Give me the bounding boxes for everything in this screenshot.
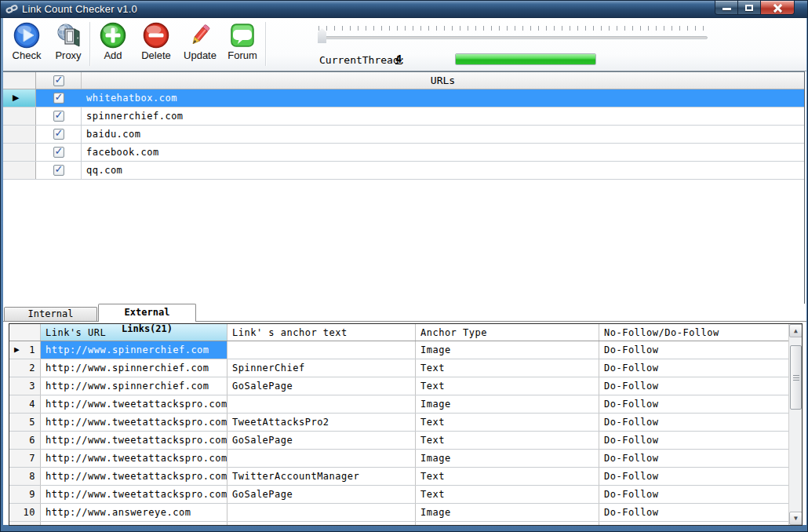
scroll-down-button[interactable]: ▼ (789, 512, 803, 525)
cell-anchor-type[interactable]: Image (416, 395, 599, 413)
cell-follow[interactable]: Do-Follow (599, 504, 788, 521)
column-header-anchor-text[interactable]: Link' s anchor text (227, 324, 416, 341)
maximize-button[interactable] (738, 1, 761, 15)
vertical-scrollbar[interactable]: ▲ ▼ (788, 324, 802, 525)
cell-anchor-text[interactable] (227, 395, 416, 413)
cell-anchor-text[interactable]: GoSalePage (227, 486, 416, 503)
url-checkbox[interactable]: ✓ (53, 165, 64, 176)
title-bar[interactable]: Link Count Checker v1.0 (1, 1, 807, 18)
column-header-follow[interactable]: No-Follow/Do-Follow (599, 324, 788, 341)
cell-link-url[interactable]: http://www.spinnerchief.com (41, 341, 227, 359)
cell-follow[interactable]: Do-Follow (599, 432, 788, 449)
cell-link-url[interactable]: http://www.tweetattackspro.com/twit... (41, 486, 227, 503)
cell-anchor-type[interactable]: Image (416, 341, 599, 359)
thread-slider[interactable] (318, 36, 708, 39)
cell-follow[interactable]: Do-Follow (599, 395, 788, 413)
proxy-button[interactable]: Proxy (48, 22, 89, 69)
row-selector-header[interactable] (3, 72, 36, 89)
url-checkbox[interactable]: ✓ (53, 93, 64, 104)
table-row[interactable]: 5 http://www.tweetattackspro.com TweetAt… (9, 414, 802, 432)
row-marker-icon: ▶ (14, 344, 20, 355)
url-cell[interactable]: whitehatbox.com (82, 89, 804, 107)
proxy-globe-door-icon (55, 22, 82, 49)
minimize-button[interactable] (715, 1, 738, 15)
table-row[interactable]: ✓ qq.com (3, 162, 804, 180)
url-cell[interactable]: facebook.com (82, 144, 804, 161)
cell-follow[interactable]: Do-Follow (599, 468, 788, 485)
tab-external-links[interactable]: External Links(21) (98, 304, 196, 322)
table-row[interactable]: ✓ baidu.com (3, 126, 804, 144)
scrollbar-thumb[interactable] (790, 345, 802, 410)
tab-internal-links[interactable]: Internal Links(41) (4, 307, 97, 321)
delete-button[interactable]: Delete (135, 22, 177, 69)
table-row[interactable]: 8 http://www.tweetattackspro.com/twit...… (9, 468, 802, 486)
url-table: ✓ URLs ▶ ✓ whitehatbox.com ✓ spinnerchie… (3, 71, 805, 304)
cell-anchor-type[interactable]: Text (416, 359, 599, 377)
table-row[interactable]: 7 http://www.tweetattackspro.com/twit...… (9, 450, 802, 468)
row-selector-cell[interactable] (3, 126, 36, 143)
cell-follow[interactable]: Do-Follow (599, 377, 788, 395)
table-row[interactable]: ✓ spinnerchief.com (3, 107, 804, 126)
cell-anchor-type[interactable]: Text (416, 468, 599, 485)
url-checkbox[interactable]: ✓ (53, 147, 64, 158)
cell-link-url[interactable]: http://www.tweetattackspro.com (41, 432, 227, 449)
table-row[interactable]: 6 http://www.tweetattackspro.com GoSaleP… (9, 432, 802, 450)
row-selector-cell[interactable] (3, 144, 36, 161)
table-row[interactable]: ✓ facebook.com (3, 144, 804, 162)
url-cell[interactable]: spinnerchief.com (82, 107, 804, 125)
toolbar: Check Proxy (3, 18, 806, 71)
table-row[interactable]: ▶ ✓ whitehatbox.com (3, 89, 804, 107)
cell-link-url[interactable]: http://www.answereye.com (41, 504, 227, 521)
check-button[interactable]: Check (6, 22, 47, 69)
table-row[interactable]: 4 http://www.tweetattackspro.com Image D… (9, 395, 802, 414)
cell-follow[interactable]: Do-Follow (599, 486, 788, 503)
cell-follow[interactable]: Do-Follow (599, 341, 788, 359)
cell-link-url[interactable]: http://www.tweetattackspro.com (41, 414, 227, 431)
cell-follow[interactable]: Do-Follow (599, 414, 788, 431)
cell-anchor-text[interactable]: SpinnerChief (227, 359, 416, 377)
update-button[interactable]: Update (179, 22, 221, 69)
cell-anchor-text[interactable] (227, 450, 416, 467)
cell-link-url[interactable]: http://www.tweetattackspro.com/twit... (41, 450, 227, 467)
table-row[interactable]: 2 http://www.spinnerchief.com SpinnerChi… (9, 359, 802, 377)
table-row[interactable]: 3 http://www.spinnerchief.com GoSalePage… (9, 377, 802, 395)
column-header-anchor-type[interactable]: Anchor Type (416, 324, 599, 341)
cell-anchor-text[interactable]: TweetAttacksPro2 (227, 414, 416, 431)
row-selector-cell[interactable] (3, 107, 36, 125)
cell-anchor-text[interactable] (227, 504, 416, 521)
cell-follow[interactable]: Do-Follow (599, 359, 788, 377)
scroll-up-button[interactable]: ▲ (789, 324, 803, 337)
url-checkbox[interactable]: ✓ (53, 111, 64, 122)
select-all-checkbox[interactable]: ✓ (53, 75, 64, 86)
cell-follow[interactable]: Do-Follow (599, 450, 788, 467)
forum-button[interactable]: Forum (223, 22, 262, 69)
cell-anchor-type[interactable]: Image (416, 450, 599, 467)
cell-anchor-type[interactable]: Text (416, 432, 599, 449)
cell-anchor-text[interactable]: GoSalePage (227, 377, 416, 395)
table-row[interactable]: ▶1 http://www.spinnerchief.com Image Do-… (9, 341, 802, 359)
cell-anchor-type[interactable]: Text (416, 414, 599, 431)
cell-link-url[interactable]: http://www.tweetattackspro.com/twit... (41, 468, 227, 485)
cell-link-url[interactable]: http://www.spinnerchief.com (41, 377, 227, 395)
cell-anchor-text[interactable] (227, 341, 416, 359)
cell-link-url[interactable]: http://www.spinnerchief.com (41, 359, 227, 377)
cell-anchor-text[interactable]: TwitterAccountManager (227, 468, 416, 485)
url-cell[interactable]: baidu.com (82, 126, 804, 143)
row-selector-cell[interactable] (3, 162, 36, 179)
row-number-cell: 3 (9, 377, 41, 395)
cell-anchor-type[interactable]: Text (416, 486, 599, 503)
row-selector-cell[interactable]: ▶ (3, 89, 36, 107)
cell-link-url[interactable]: http://www.tweetattackspro.com (41, 395, 227, 413)
url-checkbox[interactable]: ✓ (53, 129, 64, 140)
progress-bar (455, 53, 596, 65)
url-cell[interactable]: qq.com (82, 162, 804, 179)
check-button-label: Check (6, 49, 47, 61)
cell-anchor-text[interactable]: GoSalePage (227, 432, 416, 449)
urls-column-header[interactable]: URLs (82, 72, 804, 89)
table-row[interactable]: 9 http://www.tweetattackspro.com/twit...… (9, 486, 802, 504)
close-button[interactable] (761, 1, 795, 15)
cell-anchor-type[interactable]: Image (416, 504, 599, 521)
add-button[interactable]: Add (93, 22, 133, 69)
table-row[interactable]: 10 http://www.answereye.com Image Do-Fol… (9, 504, 802, 522)
cell-anchor-type[interactable]: Text (416, 377, 599, 395)
